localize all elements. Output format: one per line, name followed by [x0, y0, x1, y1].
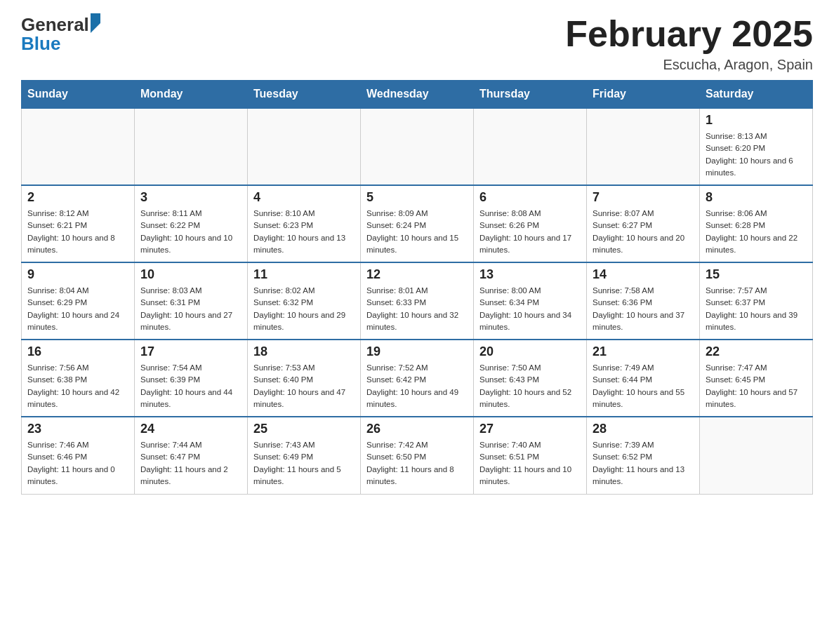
day-info: Sunrise: 7:49 AMSunset: 6:44 PMDaylight:…	[593, 362, 694, 410]
calendar-cell: 28Sunrise: 7:39 AMSunset: 6:52 PMDayligh…	[587, 417, 700, 494]
calendar-cell: 27Sunrise: 7:40 AMSunset: 6:51 PMDayligh…	[474, 417, 587, 494]
day-number: 25	[253, 422, 355, 436]
calendar-cell: 13Sunrise: 8:00 AMSunset: 6:34 PMDayligh…	[474, 262, 587, 340]
calendar-cell: 22Sunrise: 7:47 AMSunset: 6:45 PMDayligh…	[700, 340, 813, 417]
day-number: 12	[366, 267, 468, 282]
day-number: 15	[706, 267, 807, 282]
day-info: Sunrise: 8:11 AMSunset: 6:22 PMDaylight:…	[140, 208, 241, 256]
calendar-cell: 10Sunrise: 8:03 AMSunset: 6:31 PMDayligh…	[135, 262, 248, 340]
day-info: Sunrise: 7:56 AMSunset: 6:38 PMDaylight:…	[27, 362, 128, 410]
day-number: 11	[253, 267, 355, 282]
calendar-cell	[22, 108, 135, 185]
logo-blue-text: Blue	[21, 33, 60, 55]
day-number: 4	[253, 190, 355, 205]
weekday-header-friday: Friday	[587, 81, 700, 109]
day-info: Sunrise: 8:13 AMSunset: 6:20 PMDaylight:…	[706, 130, 807, 179]
day-number: 9	[27, 267, 128, 282]
calendar-cell: 14Sunrise: 7:58 AMSunset: 6:36 PMDayligh…	[587, 262, 700, 340]
week-row-2: 2Sunrise: 8:12 AMSunset: 6:21 PMDaylight…	[22, 185, 813, 262]
calendar-cell	[135, 108, 248, 185]
day-info: Sunrise: 8:03 AMSunset: 6:31 PMDaylight:…	[140, 285, 241, 333]
day-number: 5	[366, 190, 468, 205]
day-number: 16	[27, 344, 128, 359]
day-number: 6	[479, 190, 581, 205]
calendar-cell: 19Sunrise: 7:52 AMSunset: 6:42 PMDayligh…	[361, 340, 474, 417]
week-row-3: 9Sunrise: 8:04 AMSunset: 6:29 PMDaylight…	[22, 262, 813, 340]
day-number: 21	[593, 344, 694, 359]
day-info: Sunrise: 7:57 AMSunset: 6:37 PMDaylight:…	[706, 285, 807, 333]
calendar-cell: 18Sunrise: 7:53 AMSunset: 6:40 PMDayligh…	[248, 340, 361, 417]
weekday-header-row: SundayMondayTuesdayWednesdayThursdayFrid…	[22, 81, 813, 109]
day-info: Sunrise: 8:02 AMSunset: 6:32 PMDaylight:…	[253, 285, 355, 333]
day-info: Sunrise: 7:58 AMSunset: 6:36 PMDaylight:…	[593, 285, 694, 333]
calendar-cell: 23Sunrise: 7:46 AMSunset: 6:46 PMDayligh…	[22, 417, 135, 494]
calendar-cell: 16Sunrise: 7:56 AMSunset: 6:38 PMDayligh…	[22, 340, 135, 417]
calendar-cell: 6Sunrise: 8:08 AMSunset: 6:26 PMDaylight…	[474, 185, 587, 262]
calendar-cell: 3Sunrise: 8:11 AMSunset: 6:22 PMDaylight…	[135, 185, 248, 262]
day-info: Sunrise: 7:50 AMSunset: 6:43 PMDaylight:…	[479, 362, 581, 410]
week-row-4: 16Sunrise: 7:56 AMSunset: 6:38 PMDayligh…	[22, 340, 813, 417]
weekday-header-saturday: Saturday	[700, 81, 813, 109]
page-header: General Blue February 2025 Escucha, Arag…	[21, 14, 813, 73]
day-number: 2	[27, 190, 128, 205]
weekday-header-monday: Monday	[135, 81, 248, 109]
day-number: 8	[706, 190, 807, 205]
calendar-cell: 2Sunrise: 8:12 AMSunset: 6:21 PMDaylight…	[22, 185, 135, 262]
calendar-table: SundayMondayTuesdayWednesdayThursdayFrid…	[21, 80, 813, 495]
day-number: 10	[140, 267, 241, 282]
week-row-1: 1Sunrise: 8:13 AMSunset: 6:20 PMDaylight…	[22, 108, 813, 185]
day-info: Sunrise: 7:47 AMSunset: 6:45 PMDaylight:…	[706, 362, 807, 410]
day-number: 22	[706, 344, 807, 359]
day-number: 28	[593, 422, 694, 436]
day-info: Sunrise: 8:07 AMSunset: 6:27 PMDaylight:…	[593, 208, 694, 256]
calendar-cell: 8Sunrise: 8:06 AMSunset: 6:28 PMDaylight…	[700, 185, 813, 262]
calendar-cell: 15Sunrise: 7:57 AMSunset: 6:37 PMDayligh…	[700, 262, 813, 340]
calendar-cell: 11Sunrise: 8:02 AMSunset: 6:32 PMDayligh…	[248, 262, 361, 340]
logo: General Blue	[21, 14, 100, 55]
weekday-header-sunday: Sunday	[22, 81, 135, 109]
day-info: Sunrise: 7:43 AMSunset: 6:49 PMDaylight:…	[253, 439, 355, 488]
day-number: 17	[140, 344, 241, 359]
calendar-cell: 12Sunrise: 8:01 AMSunset: 6:33 PMDayligh…	[361, 262, 474, 340]
day-number: 20	[479, 344, 581, 359]
day-number: 19	[366, 344, 468, 359]
day-number: 27	[479, 422, 581, 436]
day-info: Sunrise: 7:44 AMSunset: 6:47 PMDaylight:…	[140, 439, 241, 488]
day-info: Sunrise: 8:04 AMSunset: 6:29 PMDaylight:…	[27, 285, 128, 333]
weekday-header-tuesday: Tuesday	[248, 81, 361, 109]
day-info: Sunrise: 7:54 AMSunset: 6:39 PMDaylight:…	[140, 362, 241, 410]
calendar-cell: 1Sunrise: 8:13 AMSunset: 6:20 PMDaylight…	[700, 108, 813, 185]
calendar-cell: 9Sunrise: 8:04 AMSunset: 6:29 PMDaylight…	[22, 262, 135, 340]
title-section: February 2025 Escucha, Aragon, Spain	[565, 14, 813, 73]
calendar-cell	[587, 108, 700, 185]
day-info: Sunrise: 8:01 AMSunset: 6:33 PMDaylight:…	[366, 285, 468, 333]
day-number: 14	[593, 267, 694, 282]
calendar-cell: 26Sunrise: 7:42 AMSunset: 6:50 PMDayligh…	[361, 417, 474, 494]
calendar-cell: 21Sunrise: 7:49 AMSunset: 6:44 PMDayligh…	[587, 340, 700, 417]
logo-arrow-icon	[91, 13, 100, 33]
calendar-cell: 5Sunrise: 8:09 AMSunset: 6:24 PMDaylight…	[361, 185, 474, 262]
day-info: Sunrise: 7:42 AMSunset: 6:50 PMDaylight:…	[366, 439, 468, 488]
calendar-cell	[474, 108, 587, 185]
day-info: Sunrise: 8:00 AMSunset: 6:34 PMDaylight:…	[479, 285, 581, 333]
day-number: 26	[366, 422, 468, 436]
calendar-cell: 17Sunrise: 7:54 AMSunset: 6:39 PMDayligh…	[135, 340, 248, 417]
calendar-cell	[248, 108, 361, 185]
day-info: Sunrise: 7:40 AMSunset: 6:51 PMDaylight:…	[479, 439, 581, 488]
day-number: 24	[140, 422, 241, 436]
day-info: Sunrise: 7:46 AMSunset: 6:46 PMDaylight:…	[27, 439, 128, 488]
day-number: 7	[593, 190, 694, 205]
day-info: Sunrise: 7:52 AMSunset: 6:42 PMDaylight:…	[366, 362, 468, 410]
day-info: Sunrise: 7:39 AMSunset: 6:52 PMDaylight:…	[593, 439, 694, 488]
calendar-cell: 25Sunrise: 7:43 AMSunset: 6:49 PMDayligh…	[248, 417, 361, 494]
day-number: 23	[27, 422, 128, 436]
day-info: Sunrise: 8:10 AMSunset: 6:23 PMDaylight:…	[253, 208, 355, 256]
day-info: Sunrise: 8:08 AMSunset: 6:26 PMDaylight:…	[479, 208, 581, 256]
calendar-cell: 24Sunrise: 7:44 AMSunset: 6:47 PMDayligh…	[135, 417, 248, 494]
calendar-cell: 7Sunrise: 8:07 AMSunset: 6:27 PMDaylight…	[587, 185, 700, 262]
day-number: 1	[706, 113, 807, 128]
calendar-cell: 20Sunrise: 7:50 AMSunset: 6:43 PMDayligh…	[474, 340, 587, 417]
weekday-header-wednesday: Wednesday	[361, 81, 474, 109]
calendar-cell: 4Sunrise: 8:10 AMSunset: 6:23 PMDaylight…	[248, 185, 361, 262]
calendar-cell	[361, 108, 474, 185]
